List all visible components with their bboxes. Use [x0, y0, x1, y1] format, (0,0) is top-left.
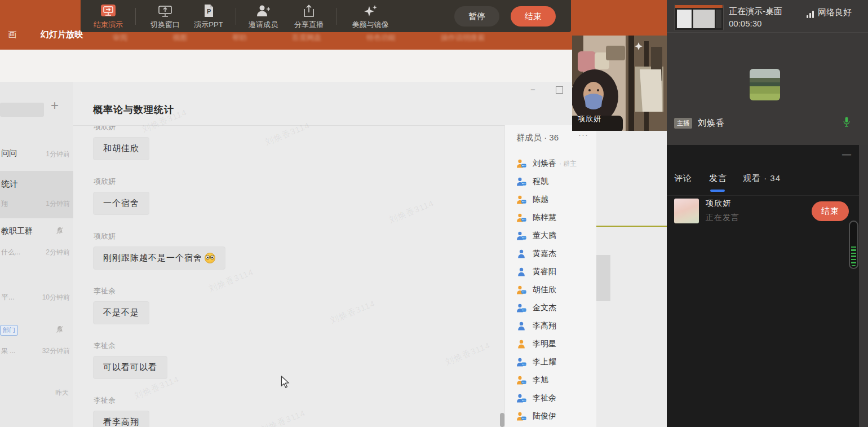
member-row[interactable]: 李旭 [505, 371, 596, 389]
member-row[interactable]: 金文杰 [505, 299, 596, 317]
add-chat-button[interactable]: + [51, 98, 59, 113]
member-row[interactable]: 李上耀 [505, 353, 596, 371]
ribbon-faint-tab: 特色功能 [366, 33, 396, 43]
message-bubble: 可以看可以看 [93, 356, 167, 379]
beauty-mirror-icon [342, 3, 398, 19]
chat-item-time: 32分钟前 [42, 346, 70, 356]
shared-image-thumbnail [750, 69, 780, 100]
network-signal-icon [807, 8, 815, 18]
member-avatar-icon [516, 285, 526, 294]
chat-item-preview: 翔 [1, 199, 8, 209]
member-panel: 群成员 · 36 ··· 刘焕香 · 群主 程凯 陈越 陈梓慧 董大腾 黄嘉杰 [504, 125, 596, 427]
member-name: 陆俊伊 [533, 411, 556, 421]
pause-button[interactable]: 暂停 [454, 6, 499, 27]
end-live-button[interactable]: 结束 [511, 6, 556, 27]
message-list[interactable]: 项欣妍 和胡佳欣 项欣妍 一个宿舍 项欣妍 刚刚跟陈越不是一个宿舍 李祉余 不是… [93, 126, 488, 427]
invite-member-button[interactable]: 邀请成员 [237, 3, 289, 30]
message-bubble: 一个宿舍 [93, 192, 149, 215]
chat-list-item[interactable]: 问问 1分钟前 [0, 143, 73, 165]
message-bubble: 和胡佳欣 [93, 137, 149, 160]
chat-item-title: 教职工群 [1, 226, 33, 236]
share-live-button[interactable]: 分享直播 [283, 3, 335, 30]
member-row[interactable]: 李明星 [505, 335, 596, 353]
presentation-thumbnail [674, 4, 724, 31]
member-name: 李上耀 [533, 357, 556, 367]
member-more-icon[interactable]: ··· [578, 130, 588, 139]
tab-watching[interactable]: 观看 · 34 [743, 173, 781, 184]
active-tab-underline [710, 190, 725, 192]
ribbon-tab-slideshow[interactable]: 幻灯片放映 [41, 29, 83, 40]
end-presentation-button[interactable]: 结束演示 [82, 3, 134, 30]
chat-item-preview: 什么... [1, 248, 20, 257]
member-name: 董大腾 [533, 231, 556, 241]
member-row[interactable]: 李高翔 [505, 317, 596, 335]
member-avatar-icon [516, 195, 526, 204]
window-minimize-icon[interactable]: − [530, 85, 535, 94]
day-divider: 昨天 [55, 388, 69, 398]
member-row[interactable]: 胡佳欣 [505, 281, 596, 299]
member-avatar-icon [516, 394, 526, 403]
chat-scrollbar-thumb[interactable] [500, 413, 504, 427]
beauty-mirror-button[interactable]: 美颜与镜像 [342, 3, 398, 30]
member-avatar-icon [516, 340, 526, 349]
speaker-row[interactable]: 项欣妍 正在发言 结束 [667, 196, 859, 230]
host-name: 刘焕香 [698, 118, 725, 129]
live-control-bar: 结束演示 切换窗口 P 演示PPT 邀 [81, 0, 571, 32]
member-avatar-icon [516, 177, 526, 186]
comments-panel: — 评论 发言 观看 · 34 项欣妍 正在发言 结束 [667, 145, 859, 427]
ribbon-faint-tab: 百度网盘 [292, 33, 321, 43]
search-input[interactable] [0, 103, 44, 117]
member-name: 李祉余 [533, 393, 556, 403]
chat-sidebar: + 问问 1分钟前 统计 翔 1分钟前 教职工群 什么... 2分钟前 平...… [0, 82, 74, 427]
chat-item-preview: 平... [1, 292, 15, 302]
member-row[interactable]: 程凯 [505, 173, 596, 191]
member-row[interactable]: 黄嘉杰 [505, 245, 596, 263]
member-row[interactable]: 刘焕香 · 群主 [505, 155, 596, 173]
member-name: 陈越 [533, 195, 548, 205]
member-avatar-icon [516, 231, 526, 240]
member-avatar-icon [516, 213, 526, 222]
speaker-name: 项欣妍 [706, 199, 731, 209]
mute-bell-icon [55, 325, 64, 334]
network-status: 网络良好 [818, 7, 852, 18]
chat-list-item-selected[interactable]: 统计 翔 1分钟前 [0, 171, 73, 218]
svg-text:P: P [207, 8, 211, 15]
member-row[interactable]: 李祉余 [505, 389, 596, 407]
ribbon-tab-animation-partial[interactable]: 画 [8, 29, 16, 40]
present-ppt-button[interactable]: P 演示PPT [183, 3, 234, 30]
member-row[interactable]: 陈越 [505, 191, 596, 209]
tab-comments[interactable]: 评论 [674, 173, 692, 184]
message-sender: 项欣妍 [94, 177, 488, 187]
chat-message: 项欣妍 一个宿舍 [93, 177, 488, 215]
chat-list-item[interactable]: 部门 果 ... 32分钟前 [0, 322, 73, 359]
speaker-status: 正在发言 [706, 213, 739, 223]
member-row[interactable]: 董大腾 [505, 227, 596, 245]
invite-member-label: 邀请成员 [237, 20, 289, 30]
speaker-avatar [674, 199, 699, 223]
window-maximize-icon[interactable] [556, 86, 563, 94]
chat-item-time: 1分钟前 [46, 199, 70, 209]
end-speaking-button[interactable]: 结束 [812, 201, 849, 221]
message-bubble: 刚刚跟陈越不是一个宿舍 [93, 246, 225, 270]
live-panel: 正在演示-桌面 00:05:30 网络良好 主播 刘焕香 — 评论 发言 观看 … [667, 0, 868, 427]
present-ppt-label: 演示PPT [183, 20, 234, 30]
member-avatar-icon [516, 322, 526, 331]
ribbon-faint-tab: 审阅 [113, 33, 127, 43]
presenting-timer: 00:05:30 [729, 19, 761, 28]
department-badge: 部门 [0, 325, 18, 336]
slide-content-fragment [596, 255, 610, 301]
message-sender: 李祉余 [94, 341, 488, 351]
member-name: 陈梓慧 [533, 213, 556, 223]
chat-list-item[interactable]: 平... 10分钟前 [0, 288, 73, 305]
member-row[interactable]: 苏子意 [505, 423, 596, 427]
panel-minimize-icon[interactable]: — [842, 149, 851, 160]
chat-title: 概率论与数理统计 [93, 103, 174, 116]
chat-list-item[interactable]: 教职工群 什么... 2分钟前 [0, 222, 73, 259]
owner-tag: · 群主 [559, 159, 577, 169]
end-presentation-icon [82, 3, 134, 19]
member-row[interactable]: 陈梓慧 [505, 209, 596, 227]
tab-speaking[interactable]: 发言 [709, 173, 727, 184]
member-row[interactable]: 黄睿阳 [505, 263, 596, 281]
webcam-video[interactable]: 项欣妍 [572, 36, 667, 131]
slide-divider-line [596, 226, 667, 227]
